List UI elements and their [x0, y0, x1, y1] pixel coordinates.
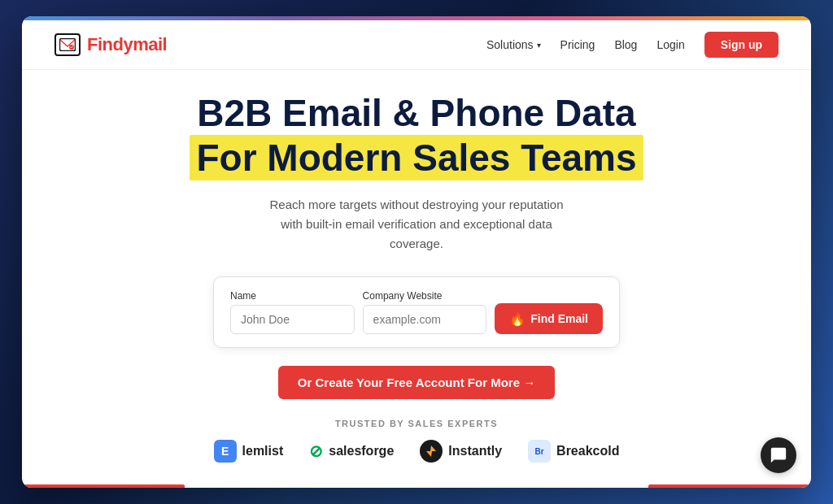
- name-input[interactable]: [230, 305, 355, 334]
- nav-solutions[interactable]: Solutions ▾: [486, 38, 541, 51]
- salesforge-text: salesforge: [329, 444, 394, 458]
- logo[interactable]: Findymail: [55, 33, 167, 56]
- find-email-button[interactable]: 🔥 Find Email: [495, 303, 603, 334]
- name-label: Name: [230, 290, 355, 302]
- trust-section: TRUSTED BY SALES EXPERTS E lemlist ⊘ sal…: [214, 419, 620, 463]
- logo-text: Findymail: [87, 34, 167, 55]
- instantly-icon: [420, 440, 443, 463]
- name-field-group: Name: [230, 290, 355, 334]
- trust-label: TRUSTED BY SALES EXPERTS: [335, 419, 498, 428]
- solutions-chevron-icon: ▾: [537, 41, 541, 50]
- lemlist-logo: E lemlist: [214, 440, 284, 463]
- nav-blog[interactable]: Blog: [614, 38, 637, 51]
- bottom-accent: [22, 484, 811, 488]
- navbar: Findymail Solutions ▾ Pricing Blog Login…: [22, 20, 811, 70]
- breakcold-icon: Br: [528, 440, 551, 463]
- logo-icon: [55, 33, 81, 56]
- hero-subtitle: Reach more targets without destroying yo…: [262, 195, 571, 254]
- hero-section: B2B Email & Phone Data For Modern Sales …: [22, 70, 811, 484]
- instantly-logo: Instantly: [420, 440, 502, 463]
- trust-logos: E lemlist ⊘ salesforge Instantly: [214, 440, 620, 463]
- breakcold-logo: Br Breakcold: [528, 440, 619, 463]
- company-label: Company Website: [363, 290, 487, 302]
- fire-icon: 🔥: [509, 311, 526, 327]
- nav-links: Solutions ▾ Pricing Blog Login Sign up: [486, 32, 778, 58]
- bottom-right-bar: [648, 484, 811, 488]
- company-field-group: Company Website: [363, 290, 487, 334]
- breakcold-text: Breakcold: [556, 444, 619, 458]
- lemlist-text: lemlist: [242, 444, 284, 458]
- signup-button[interactable]: Sign up: [704, 32, 778, 58]
- browser-window: Findymail Solutions ▾ Pricing Blog Login…: [22, 16, 811, 488]
- nav-pricing[interactable]: Pricing: [560, 38, 595, 51]
- search-form: Name Company Website 🔥 Find Email: [213, 276, 620, 348]
- create-account-button[interactable]: Or Create Your Free Account For More →: [278, 366, 555, 399]
- company-input[interactable]: [363, 305, 487, 334]
- svg-marker-2: [426, 445, 436, 457]
- bottom-left-bar: [22, 484, 185, 488]
- salesforge-logo: ⊘ salesforge: [309, 441, 394, 461]
- chat-icon: [770, 446, 787, 464]
- find-email-label: Find Email: [530, 312, 588, 325]
- chat-support-button[interactable]: [761, 437, 796, 473]
- nav-login[interactable]: Login: [656, 38, 684, 51]
- instantly-text: Instantly: [448, 444, 502, 458]
- lemlist-icon: E: [214, 440, 237, 463]
- hero-title: B2B Email & Phone Data For Modern Sales …: [190, 92, 643, 181]
- salesforge-icon: ⊘: [309, 441, 323, 461]
